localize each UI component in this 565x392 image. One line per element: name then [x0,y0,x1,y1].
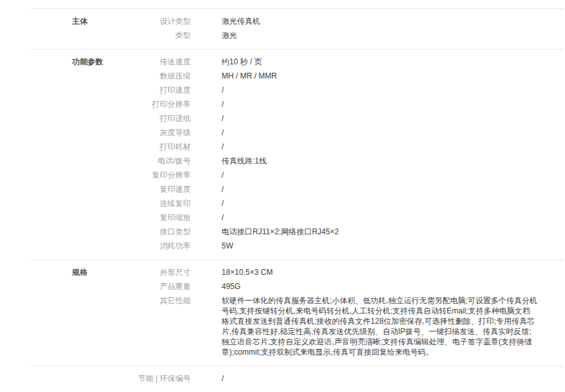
attr-label: 打印速度 [126,83,191,97]
attr-value: 激光传真机 [222,14,260,28]
attr-value: / [222,126,224,140]
spec-section: 主体 设计类型 激光传真机 类型 激光 [31,8,564,49]
spec-row: 设计类型 激光传真机 [126,14,564,28]
spec-row: 复印速度 / [126,182,564,196]
section-title: 主体 [72,14,126,42]
attr-label: 节能 | 环保编号 [126,371,191,386]
attr-value: 5W [222,239,233,253]
attr-label: 打印耗材 [126,140,191,154]
spec-section: 功能参数 传送速度 约10 秒 / 页 数据压缩 MH / MR / MMR 打… [31,49,564,259]
attr-label: 接口类型 [126,225,191,239]
attr-label: 灰度等级 [126,126,191,140]
attr-value: / [222,371,224,386]
attr-label: 其它性能 [126,294,191,308]
attr-value: 电话接口RJ11×2;网络接口RJ45×2 [222,225,339,239]
attr-label: 设计类型 [126,14,191,28]
spec-row: 产品重量 495G [126,279,564,294]
attr-value: 软硬件一体化的传真服务器主机;小体积、低功耗,独立运行无需另配电脑;可设置多个传… [222,294,537,359]
spec-section: 节能 | 环保编号 / [31,366,564,392]
attr-label: 复印速度 [126,182,191,196]
section-rows: 节能 | 环保编号 / [126,371,564,386]
attr-value: / [222,210,224,225]
spec-table: 主体 设计类型 激光传真机 类型 激光 功能参数 传送速度 约10 秒 / 页 … [31,8,564,392]
attr-label: 消耗功率 [126,239,191,253]
attr-value: 传真线路:1线 [222,154,267,168]
attr-label: 传送速度 [126,55,191,69]
attr-value: 约10 秒 / 页 [222,55,262,69]
attr-label: 复印分辨率 [126,168,191,182]
attr-label: 产品重量 [126,279,191,294]
attr-label: 连续复印 [126,196,191,210]
attr-label: 数据压缩 [126,69,191,83]
attr-value: / [222,111,224,126]
attr-label: 类型 [126,28,191,42]
attr-value: 18×10.5×3 CM [222,265,273,279]
section-title: 功能参数 [72,55,126,253]
attr-value: / [222,83,224,97]
spec-row: 打印耗材 / [126,140,564,154]
attr-value: 495G [222,279,240,294]
spec-row: 消耗功率 5W [126,239,564,253]
attr-value: MH / MR / MMR [222,69,277,83]
attr-label: 复印缩放 [126,210,191,225]
spec-row: 打印分辨率 / [126,97,564,111]
spec-row: 打印速度 / [126,83,564,97]
spec-section: 规格 外形尺寸 18×10.5×3 CM 产品重量 495G 其它性能 软硬件一… [31,259,564,366]
spec-row: 类型 激光 [126,28,564,42]
attr-value: / [222,97,224,111]
spec-row: 数据压缩 MH / MR / MMR [126,69,564,83]
spec-row: 复印分辨率 / [126,168,564,182]
attr-value: 激光 [222,28,237,42]
attr-label: 电话/拨号 [126,154,191,168]
section-rows: 设计类型 激光传真机 类型 激光 [126,14,564,42]
spec-row: 接口类型 电话接口RJ11×2;网络接口RJ45×2 [126,225,564,239]
spec-row: 节能 | 环保编号 / [126,371,564,386]
spec-row: 打印进纸 / [126,111,564,126]
section-rows: 外形尺寸 18×10.5×3 CM 产品重量 495G 其它性能 软硬件一体化的… [126,265,564,359]
spec-row: 连续复印 / [126,196,564,210]
section-rows: 传送速度 约10 秒 / 页 数据压缩 MH / MR / MMR 打印速度 /… [126,55,564,253]
attr-value: / [222,168,224,182]
attr-value: / [222,196,224,210]
attr-label: 外形尺寸 [126,265,191,279]
attr-label: 打印进纸 [126,111,191,126]
spec-row: 其它性能 软硬件一体化的传真服务器主机;小体积、低功耗,独立运行无需另配电脑;可… [126,294,564,359]
attr-value: / [222,140,224,154]
spec-row: 外形尺寸 18×10.5×3 CM [126,265,564,279]
attr-value: / [222,182,224,196]
section-title: 规格 [72,265,126,359]
section-title [72,371,126,386]
spec-row: 灰度等级 / [126,126,564,140]
spec-row: 复印缩放 / [126,210,564,225]
attr-label: 打印分辨率 [126,97,191,111]
spec-row: 电话/拨号 传真线路:1线 [126,154,564,168]
spec-row: 传送速度 约10 秒 / 页 [126,55,564,69]
